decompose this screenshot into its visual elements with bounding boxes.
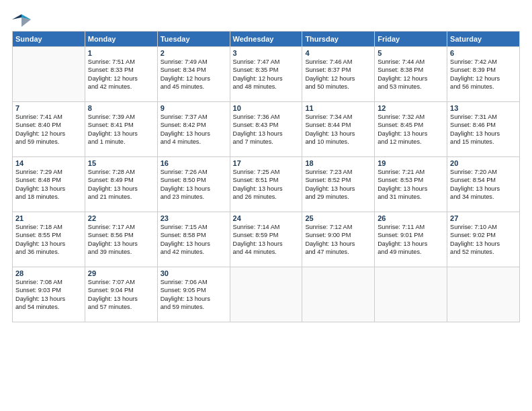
sunrise-text: Sunrise: 7:34 AM — [305, 113, 371, 121]
sunset-text: Sunset: 8:33 PM — [88, 66, 154, 74]
day-number: 27 — [450, 214, 517, 222]
calendar-cell: 8Sunrise: 7:39 AMSunset: 8:41 PMDaylight… — [85, 102, 157, 157]
sunset-text: Sunset: 8:43 PM — [233, 121, 300, 129]
daylight-line1: Daylight: 13 hours — [305, 240, 371, 248]
day-number: 17 — [233, 159, 300, 167]
daylight-line2: and 34 minutes. — [450, 193, 517, 201]
sunrise-text: Sunrise: 7:36 AM — [233, 113, 300, 121]
calendar-cell: 28Sunrise: 7:08 AMSunset: 9:03 PMDayligh… — [13, 267, 85, 322]
svg-marker-1 — [12, 14, 21, 19]
column-header-friday: Friday — [375, 32, 447, 47]
logo-icon — [12, 12, 31, 27]
day-number: 22 — [88, 214, 154, 222]
calendar-cell — [447, 267, 520, 322]
daylight-line2: and 39 minutes. — [88, 248, 154, 256]
calendar-cell: 23Sunrise: 7:15 AMSunset: 8:58 PMDayligh… — [157, 212, 230, 267]
daylight-line1: Daylight: 13 hours — [378, 240, 444, 248]
column-header-saturday: Saturday — [447, 32, 520, 47]
daylight-line1: Daylight: 12 hours — [305, 75, 371, 83]
daylight-line2: and 59 minutes. — [15, 138, 82, 146]
sunrise-text: Sunrise: 7:21 AM — [378, 168, 444, 176]
week-row-5: 28Sunrise: 7:08 AMSunset: 9:03 PMDayligh… — [13, 267, 520, 322]
day-number: 28 — [15, 269, 82, 277]
daylight-line2: and 42 minutes. — [161, 248, 227, 256]
sunset-text: Sunset: 8:54 PM — [450, 176, 517, 184]
day-number: 6 — [450, 49, 517, 57]
sunset-text: Sunset: 8:35 PM — [233, 66, 300, 74]
week-row-2: 7Sunrise: 7:41 AMSunset: 8:40 PMDaylight… — [13, 102, 520, 157]
sunset-text: Sunset: 8:51 PM — [233, 176, 300, 184]
day-number: 16 — [161, 159, 227, 167]
sunrise-text: Sunrise: 7:42 AM — [450, 58, 517, 66]
calendar-cell: 15Sunrise: 7:28 AMSunset: 8:49 PMDayligh… — [85, 157, 157, 212]
sunrise-text: Sunrise: 7:11 AM — [378, 223, 444, 231]
calendar-cell: 27Sunrise: 7:10 AMSunset: 9:02 PMDayligh… — [447, 212, 520, 267]
calendar-cell: 17Sunrise: 7:25 AMSunset: 8:51 PMDayligh… — [230, 157, 302, 212]
calendar-cell: 16Sunrise: 7:26 AMSunset: 8:50 PMDayligh… — [157, 157, 230, 212]
sunrise-text: Sunrise: 7:28 AM — [88, 168, 154, 176]
page: SundayMondayTuesdayWednesdayThursdayFrid… — [0, 0, 532, 411]
day-number: 23 — [161, 214, 227, 222]
calendar-cell: 7Sunrise: 7:41 AMSunset: 8:40 PMDaylight… — [13, 102, 85, 157]
daylight-line2: and 36 minutes. — [15, 248, 82, 256]
daylight-line1: Daylight: 13 hours — [161, 240, 227, 248]
daylight-line1: Daylight: 13 hours — [15, 185, 82, 193]
daylight-line1: Daylight: 13 hours — [378, 185, 444, 193]
day-number: 2 — [161, 49, 227, 57]
sunset-text: Sunset: 8:41 PM — [88, 121, 154, 129]
calendar-cell: 29Sunrise: 7:07 AMSunset: 9:04 PMDayligh… — [85, 267, 157, 322]
daylight-line2: and 45 minutes. — [161, 83, 227, 91]
day-number: 26 — [378, 214, 444, 222]
calendar-header-row: SundayMondayTuesdayWednesdayThursdayFrid… — [13, 32, 520, 47]
sunrise-text: Sunrise: 7:15 AM — [161, 223, 227, 231]
day-number: 13 — [450, 104, 517, 112]
sunrise-text: Sunrise: 7:20 AM — [450, 168, 517, 176]
daylight-line2: and 4 minutes. — [161, 138, 227, 146]
daylight-line1: Daylight: 13 hours — [88, 130, 154, 138]
daylight-line2: and 50 minutes. — [305, 83, 371, 91]
daylight-line2: and 56 minutes. — [450, 83, 517, 91]
daylight-line1: Daylight: 13 hours — [161, 130, 227, 138]
sunset-text: Sunset: 9:02 PM — [450, 231, 517, 239]
daylight-line2: and 10 minutes. — [305, 138, 371, 146]
sunrise-text: Sunrise: 7:39 AM — [88, 113, 154, 121]
sunrise-text: Sunrise: 7:44 AM — [378, 58, 444, 66]
calendar-cell: 12Sunrise: 7:32 AMSunset: 8:45 PMDayligh… — [375, 102, 447, 157]
daylight-line1: Daylight: 13 hours — [378, 130, 444, 138]
sunrise-text: Sunrise: 7:10 AM — [450, 223, 517, 231]
sunset-text: Sunset: 8:45 PM — [378, 121, 444, 129]
sunset-text: Sunset: 8:37 PM — [305, 66, 371, 74]
calendar-cell: 20Sunrise: 7:20 AMSunset: 8:54 PMDayligh… — [447, 157, 520, 212]
calendar-cell: 1Sunrise: 7:51 AMSunset: 8:33 PMDaylight… — [85, 47, 157, 102]
daylight-line1: Daylight: 13 hours — [233, 185, 300, 193]
day-number: 15 — [88, 159, 154, 167]
daylight-line1: Daylight: 13 hours — [15, 295, 82, 303]
day-number: 11 — [305, 104, 371, 112]
sunrise-text: Sunrise: 7:12 AM — [305, 223, 371, 231]
daylight-line1: Daylight: 13 hours — [88, 185, 154, 193]
sunset-text: Sunset: 8:40 PM — [15, 121, 82, 129]
sunset-text: Sunset: 8:52 PM — [305, 176, 371, 184]
daylight-line1: Daylight: 13 hours — [450, 185, 517, 193]
day-number: 14 — [15, 159, 82, 167]
daylight-line1: Daylight: 12 hours — [233, 75, 300, 83]
sunset-text: Sunset: 8:39 PM — [450, 66, 517, 74]
day-number: 10 — [233, 104, 300, 112]
column-header-tuesday: Tuesday — [157, 32, 230, 47]
sunrise-text: Sunrise: 7:32 AM — [378, 113, 444, 121]
daylight-line1: Daylight: 13 hours — [450, 130, 517, 138]
daylight-line2: and 48 minutes. — [233, 83, 300, 91]
calendar-cell — [375, 267, 447, 322]
sunset-text: Sunset: 9:04 PM — [88, 286, 154, 294]
daylight-line1: Daylight: 13 hours — [161, 295, 227, 303]
daylight-line2: and 18 minutes. — [15, 193, 82, 201]
sunset-text: Sunset: 8:46 PM — [450, 121, 517, 129]
sunrise-text: Sunrise: 7:18 AM — [15, 223, 82, 231]
day-number: 24 — [233, 214, 300, 222]
day-number: 9 — [161, 104, 227, 112]
daylight-line2: and 52 minutes. — [450, 248, 517, 256]
sunrise-text: Sunrise: 7:23 AM — [305, 168, 371, 176]
calendar-cell: 25Sunrise: 7:12 AMSunset: 9:00 PMDayligh… — [302, 212, 375, 267]
daylight-line2: and 42 minutes. — [88, 83, 154, 91]
sunset-text: Sunset: 8:44 PM — [305, 121, 371, 129]
